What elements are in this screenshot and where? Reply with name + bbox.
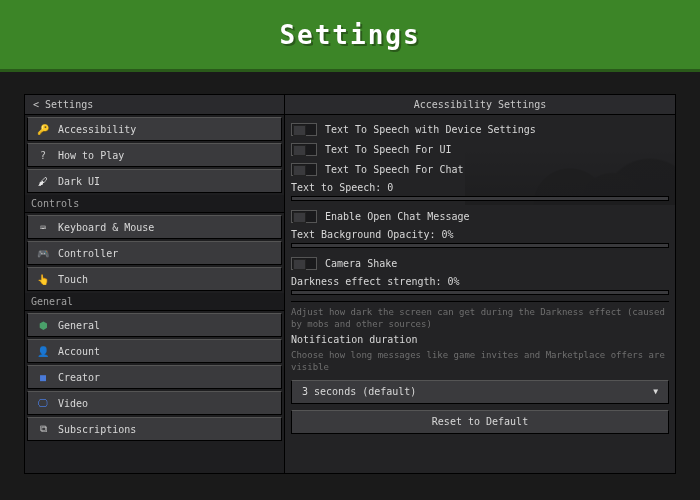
sidebar-item-accessibility[interactable]: 🔑Accessibility: [27, 117, 282, 141]
sidebar-item-label: Controller: [58, 248, 118, 259]
toggle-open-chat-label: Enable Open Chat Message: [325, 211, 470, 222]
toggle-tts-device[interactable]: [291, 123, 317, 136]
toggle-tts-chat-label: Text To Speech For Chat: [325, 164, 463, 175]
sidebar-item-label: How to Play: [58, 150, 124, 161]
toggle-open-chat[interactable]: [291, 210, 317, 223]
sidebar-section-controls: Controls: [25, 195, 284, 213]
sidebar-item-label: Keyboard & Mouse: [58, 222, 154, 233]
sidebar-item-touch[interactable]: 👆Touch: [27, 267, 282, 291]
divider: [291, 301, 669, 302]
sidebar-item-video[interactable]: 🖵Video: [27, 391, 282, 415]
chevron-down-icon: ▼: [653, 387, 658, 396]
toggle-tts-chat[interactable]: [291, 163, 317, 176]
toggle-camera-shake-label: Camera Shake: [325, 258, 397, 269]
sidebar-item-general[interactable]: ⬢General: [27, 313, 282, 337]
page-title: Settings: [279, 20, 420, 50]
bg-opacity-slider[interactable]: [291, 243, 669, 248]
darkness-slider[interactable]: [291, 290, 669, 295]
panel-title: Accessibility Settings: [285, 95, 675, 114]
sidebar-item-dark-ui[interactable]: 🖌Dark UI: [27, 169, 282, 193]
account-icon: 👤: [36, 346, 50, 357]
creator-icon: ■: [36, 372, 50, 383]
chevron-left-icon: <: [33, 99, 39, 110]
sidebar-item-keyboard-mouse[interactable]: ⌨Keyboard & Mouse: [27, 215, 282, 239]
tts-speed-label: Text to Speech: 0: [291, 182, 669, 193]
sidebar-item-label: Touch: [58, 274, 88, 285]
toggle-tts-ui[interactable]: [291, 143, 317, 156]
toggle-tts-device-label: Text To Speech with Device Settings: [325, 124, 536, 135]
breadcrumb-row: < Settings Accessibility Settings: [25, 95, 675, 115]
toggle-camera-shake[interactable]: [291, 257, 317, 270]
sidebar-item-label: Creator: [58, 372, 100, 383]
reset-to-default-button[interactable]: Reset to Default: [291, 410, 669, 434]
controller-icon: 🎮: [36, 248, 50, 259]
subs-icon: ⧉: [36, 423, 50, 435]
tts-speed-slider[interactable]: [291, 196, 669, 201]
touch-icon: 👆: [36, 274, 50, 285]
video-icon: 🖵: [36, 398, 50, 409]
brush-icon: 🖌: [36, 176, 50, 187]
sidebar-item-controller[interactable]: 🎮Controller: [27, 241, 282, 265]
sidebar-section-general: General: [25, 293, 284, 311]
sidebar-item-how-to-play[interactable]: ?How to Play: [27, 143, 282, 167]
content-area: Text To Speech with Device SettingsText …: [285, 115, 675, 473]
sidebar-item-creator[interactable]: ■Creator: [27, 365, 282, 389]
key-icon: 🔑: [36, 124, 50, 135]
sidebar-item-label: General: [58, 320, 100, 331]
reset-label: Reset to Default: [432, 416, 528, 427]
notification-title: Notification duration: [291, 334, 669, 345]
dropdown-selected: 3 seconds (default): [302, 386, 416, 397]
darkness-label: Darkness effect strength: 0%: [291, 276, 669, 287]
sidebar: 🔑Accessibility?How to Play🖌Dark UIContro…: [25, 115, 285, 473]
bg-opacity-label: Text Background Opacity: 0%: [291, 229, 669, 240]
sidebar-item-label: Video: [58, 398, 88, 409]
sidebar-item-label: Dark UI: [58, 176, 100, 187]
sidebar-item-account[interactable]: 👤Account: [27, 339, 282, 363]
sidebar-item-label: Accessibility: [58, 124, 136, 135]
settings-icon: ⬢: [36, 320, 50, 331]
darkness-help-text: Adjust how dark the screen can get durin…: [291, 306, 669, 330]
app-header: Settings: [0, 0, 700, 72]
help-icon: ?: [36, 150, 50, 161]
keyboard-icon: ⌨: [36, 222, 50, 233]
sidebar-item-label: Account: [58, 346, 100, 357]
sidebar-item-label: Subscriptions: [58, 424, 136, 435]
notification-duration-dropdown[interactable]: 3 seconds (default) ▼: [291, 380, 669, 404]
sidebar-item-subscriptions[interactable]: ⧉Subscriptions: [27, 417, 282, 441]
toggle-tts-ui-label: Text To Speech For UI: [325, 144, 451, 155]
breadcrumb-label: Settings: [45, 99, 93, 110]
notification-help-text: Choose how long messages like game invit…: [291, 349, 669, 373]
settings-panel: < Settings Accessibility Settings 🔑Acces…: [24, 94, 676, 474]
back-button[interactable]: < Settings: [25, 95, 285, 114]
